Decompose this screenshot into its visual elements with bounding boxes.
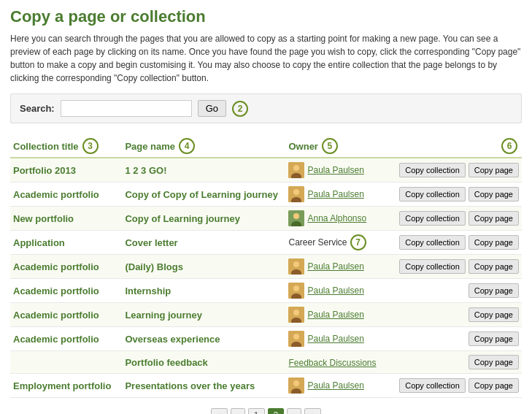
avatar	[288, 377, 304, 394]
go-button[interactable]: Go	[198, 100, 226, 117]
svg-point-7	[294, 190, 298, 194]
cell-owner: Paula Paulsen	[285, 374, 396, 398]
page-name-link[interactable]: Learning journey	[125, 310, 201, 321]
pagination: « ‹ 1 2 › » 15 pages	[10, 408, 522, 414]
col-header-collection: Collection title 3	[10, 134, 122, 158]
copy-page-button[interactable]: Copy page	[469, 259, 519, 274]
copy-page-button[interactable]: Copy page	[469, 283, 519, 298]
search-label: Search:	[20, 103, 55, 114]
cell-owner: Paula Paulsen	[285, 279, 396, 303]
owner-name-link[interactable]: Anna Alphonso	[307, 213, 366, 223]
page-first-btn[interactable]: «	[211, 408, 228, 414]
cell-owner: Career Service7	[285, 231, 396, 255]
search-badge: 2	[232, 101, 248, 117]
svg-point-27	[294, 334, 298, 339]
copy-page-button[interactable]: Copy page	[469, 378, 519, 393]
copy-page-button[interactable]: Copy page	[469, 307, 519, 322]
collection-title-link[interactable]: Academic portfolio	[13, 334, 99, 345]
owner-name-link[interactable]: Paula Paulsen	[307, 334, 363, 344]
svg-point-11	[294, 214, 298, 218]
page-1-btn[interactable]: 1	[248, 408, 265, 414]
page-name-link[interactable]: Overseas experience	[125, 334, 220, 345]
copy-page-button[interactable]: Copy page	[469, 355, 519, 369]
copy-collection-button[interactable]: Copy collection	[399, 163, 466, 177]
collection-title-link[interactable]: Application	[13, 237, 65, 248]
copy-collection-button[interactable]: Copy collection	[399, 235, 466, 250]
avatar	[288, 258, 304, 275]
page-name-link[interactable]: Copy of Copy of Learning journey	[125, 189, 277, 200]
collection-title-link[interactable]: Academic portfolio	[13, 310, 99, 321]
cell-actions: Copy collectionCopy page	[396, 231, 522, 255]
cell-actions: Copy collectionCopy page	[396, 158, 522, 183]
avatar	[288, 186, 304, 202]
col-header-actions: 6	[396, 134, 522, 158]
cell-actions: Copy collectionCopy page	[396, 374, 522, 398]
copy-collection-button[interactable]: Copy collection	[399, 378, 466, 393]
cell-owner: Paula Paulsen	[285, 158, 396, 183]
col-actions-badge: 6	[501, 138, 517, 154]
owner-name-link[interactable]: Paula Paulsen	[307, 261, 363, 272]
owner-text: Career Service	[288, 237, 347, 248]
cell-collection-title: Portfolio 2013	[10, 158, 122, 183]
owner-name-link[interactable]: Paula Paulsen	[307, 285, 363, 296]
owner-name-link[interactable]: Paula Paulsen	[307, 310, 363, 320]
page-name-link[interactable]: Cover letter	[125, 237, 177, 248]
page-name-link[interactable]: Portfolio feedback	[125, 357, 207, 368]
owner-link[interactable]: Feedback Discussions	[288, 358, 376, 368]
cell-collection-title: Academic portfolio	[10, 303, 122, 327]
page-prev-btn[interactable]: ‹	[231, 408, 245, 414]
cell-collection-title	[10, 351, 122, 374]
cell-collection-title: Academic portfolio	[10, 327, 122, 351]
cell-page-name: (Daily) Blogs	[122, 255, 285, 279]
collection-title-link[interactable]: Academic portfolio	[13, 261, 99, 272]
copy-collection-button[interactable]: Copy collection	[399, 187, 466, 202]
cell-collection-title: Application	[10, 231, 122, 255]
cell-owner: Paula Paulsen	[285, 255, 396, 279]
page-next-btn[interactable]: ›	[287, 408, 301, 414]
svg-point-3	[294, 166, 298, 170]
copy-page-button[interactable]: Copy page	[469, 235, 519, 250]
page-name-link[interactable]: Presentations over the years	[125, 380, 255, 391]
page-name-link[interactable]: 1 2 3 GO!	[125, 165, 166, 176]
col-header-owner: Owner 5	[285, 134, 396, 158]
page-name-link[interactable]: Copy of Learning journey	[125, 213, 239, 224]
table-row: Academic portfolio(Daily) Blogs Paula Pa…	[10, 255, 522, 279]
intro-text: Here you can search through the pages th…	[10, 32, 522, 85]
page-2-btn[interactable]: 2	[268, 408, 285, 414]
collection-title-link[interactable]: Employment portfolio	[13, 380, 111, 391]
col-owner-badge: 5	[322, 138, 338, 154]
avatar	[288, 307, 304, 323]
table-row: Portfolio 20131 2 3 GO! Paula PaulsenCop…	[10, 158, 522, 183]
cell-collection-title: Academic portfolio	[10, 279, 122, 303]
collection-title-link[interactable]: New portfolio	[13, 213, 74, 224]
row-badge-7: 7	[350, 234, 366, 250]
table-row: Academic portfolioOverseas experience Pa…	[10, 327, 522, 351]
collection-title-link[interactable]: Portfolio 2013	[13, 165, 76, 176]
copy-page-button[interactable]: Copy page	[469, 331, 519, 346]
page-name-link[interactable]: Internship	[125, 285, 171, 296]
owner-name-link[interactable]: Paula Paulsen	[307, 165, 363, 175]
cell-collection-title: Academic portfolio	[10, 183, 122, 207]
page-name-link[interactable]: (Daily) Blogs	[125, 261, 182, 272]
search-input[interactable]	[61, 100, 192, 117]
page-last-btn[interactable]: »	[304, 408, 321, 414]
copy-page-button[interactable]: Copy page	[469, 187, 519, 202]
col-page-badge: 4	[179, 138, 195, 154]
cell-actions: Copy collectionCopy page	[396, 255, 522, 279]
cell-page-name: Copy of Learning journey	[122, 207, 285, 231]
copy-collection-button[interactable]: Copy collection	[399, 211, 466, 226]
owner-name-link[interactable]: Paula Paulsen	[307, 189, 363, 199]
cell-page-name: Learning journey	[122, 303, 285, 327]
collection-title-link[interactable]: Academic portfolio	[13, 189, 99, 200]
copy-collection-button[interactable]: Copy collection	[399, 259, 466, 274]
cell-actions: Copy collectionCopy page	[396, 207, 522, 231]
owner-name-link[interactable]: Paula Paulsen	[307, 380, 363, 391]
cell-collection-title: Employment portfolio	[10, 374, 122, 398]
copy-page-button[interactable]: Copy page	[469, 211, 519, 226]
avatar	[288, 162, 304, 178]
copy-page-button[interactable]: Copy page	[469, 163, 519, 177]
cell-actions: Copy collectionCopy page	[396, 183, 522, 207]
svg-point-15	[294, 262, 298, 267]
cell-actions: Copy page	[396, 279, 522, 303]
collection-title-link[interactable]: Academic portfolio	[13, 285, 99, 296]
